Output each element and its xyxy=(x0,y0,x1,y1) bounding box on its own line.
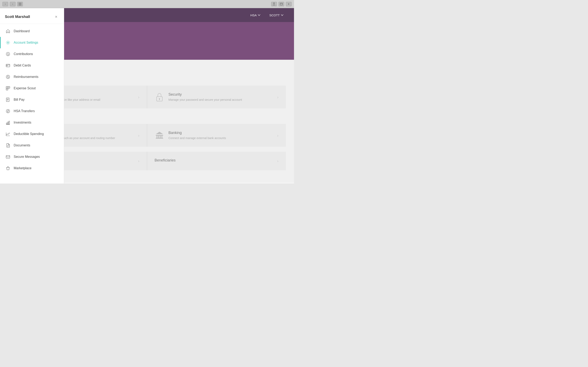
sidebar-item-hsa-transfers[interactable]: HSA Transfers xyxy=(0,105,64,117)
sidebar-item-secure-messages[interactable]: Secure Messages xyxy=(0,151,64,162)
svg-text:$: $ xyxy=(9,87,9,88)
svg-rect-25 xyxy=(8,122,8,124)
sidebar-item-contributions[interactable]: $ Contributions xyxy=(0,48,64,60)
svg-point-5 xyxy=(7,42,9,43)
svg-rect-10 xyxy=(7,66,8,66)
sidebar-item-label: Account Settings xyxy=(14,41,38,44)
svg-rect-46 xyxy=(156,136,157,138)
transfer-icon xyxy=(6,109,10,114)
svg-rect-3 xyxy=(280,3,283,5)
security-desc: Manage your password and secure your per… xyxy=(168,98,273,102)
sidebar-item-documents[interactable]: Documents xyxy=(0,140,64,151)
banking-content: Banking Connect and manage external bank… xyxy=(168,131,273,140)
security-content: Security Manage your password and secure… xyxy=(168,92,273,102)
sidebar-item-label: Secure Messages xyxy=(14,155,40,159)
hsa-dropdown-button[interactable]: HSA xyxy=(248,12,263,18)
sidebar-item-bill-pay[interactable]: $ Bill Pay xyxy=(0,94,64,105)
sidebar-header: Scott Marshall × xyxy=(0,8,64,24)
chevron-right-icon: › xyxy=(277,95,278,100)
sidebar-item-label: Contributions xyxy=(14,52,33,56)
sidebar-item-reimbursements[interactable]: Reimbursements xyxy=(0,71,64,83)
sidebar-item-expense-scout[interactable]: $ $ $ Expense Scout xyxy=(0,83,64,94)
svg-rect-32 xyxy=(6,156,10,158)
app-container: Scott Marshall × Dashboard xyxy=(0,8,294,184)
chevron-right-icon: › xyxy=(277,159,278,163)
svg-rect-24 xyxy=(6,123,7,124)
sidebar-item-label: Bill Pay xyxy=(14,98,25,101)
svg-rect-48 xyxy=(160,136,161,138)
chevron-right-icon: › xyxy=(138,159,139,163)
credit-card-icon xyxy=(6,63,10,68)
svg-rect-26 xyxy=(9,121,9,124)
svg-rect-1 xyxy=(18,4,21,4)
sidebar-item-label: Reimbursements xyxy=(14,75,38,79)
svg-text:$: $ xyxy=(7,87,8,88)
sidebar-item-label: Dashboard xyxy=(14,29,30,33)
document-icon xyxy=(6,143,10,148)
sidebar-toggle-button[interactable] xyxy=(17,2,23,6)
user-label: SCOTT xyxy=(269,13,280,17)
sidebar-item-dashboard[interactable]: Dashboard xyxy=(0,25,64,37)
beneficiaries-card[interactable]: Beneficiaries › xyxy=(147,152,286,170)
svg-rect-45 xyxy=(156,138,163,139)
sidebar-item-account-settings[interactable]: Account Settings xyxy=(0,37,64,48)
sidebar-nav: Dashboard Account Settings $ xyxy=(0,24,64,184)
bar-chart-icon xyxy=(6,120,10,125)
gear-icon xyxy=(6,40,10,45)
fullscreen-button[interactable] xyxy=(278,2,284,6)
dollar-circle-icon: $ xyxy=(6,52,10,57)
sidebar-item-debit-cards[interactable]: Debit Cards xyxy=(0,60,64,71)
security-title: Security xyxy=(168,92,273,97)
envelope-icon xyxy=(6,154,10,159)
shopping-bag-icon xyxy=(6,166,10,171)
sidebar-item-label: Deductible Spending xyxy=(14,132,44,136)
sidebar-close-button[interactable]: × xyxy=(53,14,59,20)
sidebar-item-label: HSA Transfers xyxy=(14,109,35,113)
svg-text:$: $ xyxy=(8,100,8,101)
beneficiaries-title: Beneficiaries xyxy=(155,158,273,162)
svg-point-23 xyxy=(6,109,10,113)
arrows-circle-icon xyxy=(6,75,10,79)
share-button[interactable] xyxy=(271,2,277,6)
banking-desc: Connect and manage external bank account… xyxy=(168,136,273,140)
svg-text:$: $ xyxy=(7,89,8,90)
svg-rect-47 xyxy=(158,136,159,138)
banking-card[interactable]: Banking Connect and manage external bank… xyxy=(147,124,286,147)
sidebar-item-marketplace[interactable]: Marketplace xyxy=(0,162,64,174)
chevron-right-icon: › xyxy=(138,133,139,138)
back-button[interactable]: ‹ xyxy=(2,2,8,6)
browser-chrome: ‹ › + xyxy=(0,0,294,8)
svg-rect-2 xyxy=(18,5,21,5)
header-right: HSA SCOTT xyxy=(248,12,286,18)
sidebar-item-label: Investments xyxy=(14,121,31,124)
sidebar-item-deductible-spending[interactable]: Deductible Spending xyxy=(0,128,64,140)
bill-pay-icon: $ xyxy=(6,97,10,102)
chevron-down-icon xyxy=(281,14,283,16)
hsa-label: HSA xyxy=(250,13,257,17)
chevron-down-icon xyxy=(258,14,260,16)
forward-button[interactable]: › xyxy=(10,2,16,6)
line-chart-icon xyxy=(6,132,10,136)
chevron-right-icon: › xyxy=(138,95,139,100)
home-icon xyxy=(6,29,10,34)
sidebar-item-investments[interactable]: Investments xyxy=(0,117,64,128)
svg-rect-0 xyxy=(18,3,21,3)
user-dropdown-button[interactable]: SCOTT xyxy=(267,12,286,18)
beneficiaries-content: Beneficiaries xyxy=(155,158,273,164)
sidebar: Scott Marshall × Dashboard xyxy=(0,8,64,184)
sidebar-item-label: Expense Scout xyxy=(14,86,36,90)
svg-rect-44 xyxy=(156,135,163,136)
chevron-right-icon: › xyxy=(277,133,278,138)
security-card[interactable]: Security Manage your password and secure… xyxy=(147,86,286,108)
svg-point-11 xyxy=(6,75,10,79)
sidebar-item-label: Marketplace xyxy=(14,166,31,170)
sidebar-user-name: Scott Marshall xyxy=(5,15,30,19)
banking-title: Banking xyxy=(168,131,273,135)
lock-icon xyxy=(155,92,164,102)
svg-rect-49 xyxy=(162,136,162,138)
svg-text:$: $ xyxy=(7,53,9,56)
building-icon xyxy=(155,131,164,140)
dollar-square-icon: $ $ $ xyxy=(6,86,10,91)
new-tab-button[interactable]: + xyxy=(286,2,292,6)
sidebar-item-label: Documents xyxy=(14,143,30,147)
